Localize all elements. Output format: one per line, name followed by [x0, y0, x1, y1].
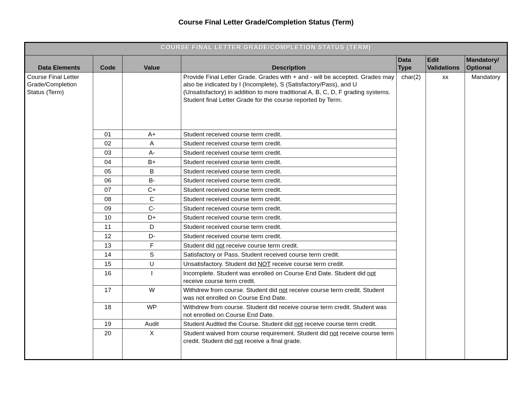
cell-description: Student received course term credit. [181, 157, 397, 167]
cell-code: 04 [93, 157, 123, 167]
cell-description: Withdrew from course. Student did not re… [181, 286, 397, 303]
cell-description: Student received course term credit. [181, 222, 397, 232]
cell-code [93, 72, 123, 130]
cell-value: I [123, 269, 181, 286]
cell-code: 02 [93, 139, 123, 148]
col-header-edit-validations: Edit Validations [426, 55, 465, 73]
page-wrapper: Course Final Letter Grade/Completion Sta… [0, 0, 532, 360]
cell-value: C [123, 194, 181, 204]
table-row: Course Final Letter Grade/Completion Sta… [25, 72, 507, 130]
col-header-description: Description [181, 55, 397, 73]
col-header-data-type: Data Type [396, 55, 426, 73]
cell-description: Student waived from course requirement. … [181, 329, 397, 360]
cell-code: 05 [93, 167, 123, 176]
cell-code: 19 [93, 319, 123, 329]
cell-code: 12 [93, 231, 123, 241]
cell-value: D [123, 222, 181, 232]
cell-value: U [123, 259, 181, 269]
cell-value: B- [123, 176, 181, 185]
cell-description: Withdrew from course. Student did receiv… [181, 302, 397, 319]
cell-code: 20 [93, 329, 123, 360]
cell-value: S [123, 250, 181, 259]
cell-code: 18 [93, 302, 123, 319]
cell-code: 01 [93, 130, 123, 139]
table-banner-row: COURSE FINAL LETTER GRADE/COMPLETION STA… [25, 43, 507, 55]
col-header-data-elements: Data Elements [25, 55, 93, 73]
cell-description: Student received course term credit. [181, 167, 397, 176]
cell-value: D+ [123, 213, 181, 222]
cell-code: 16 [93, 269, 123, 286]
cell-description: Student received course term credit. [181, 139, 397, 148]
cell-value: Audit [123, 319, 181, 329]
cell-description: Student did not receive course term cred… [181, 241, 397, 250]
cell-code: 09 [93, 204, 123, 213]
cell-description: Student Audited the Course. Student did … [181, 319, 397, 329]
cell-description: Satisfactory or Pass. Student received c… [181, 250, 397, 259]
cell-description: Incomplete. Student was enrolled on Cour… [181, 269, 397, 286]
cell-description: Student received course term credit. [181, 185, 397, 195]
cell-code: 07 [93, 185, 123, 195]
cell-code: 17 [93, 286, 123, 303]
cell-value: A- [123, 148, 181, 158]
cell-value: WP [123, 302, 181, 319]
cell-code: 14 [93, 250, 123, 259]
cell-value: C+ [123, 185, 181, 195]
cell-value [123, 72, 181, 130]
cell-description: Student received course term credit. [181, 231, 397, 241]
cell-description: Student received course term credit. [181, 213, 397, 222]
col-header-value: Value [123, 55, 181, 73]
table-banner: COURSE FINAL LETTER GRADE/COMPLETION STA… [25, 43, 507, 55]
cell-description: Student received course term credit. [181, 130, 397, 139]
cell-code: 06 [93, 176, 123, 185]
col-header-code: Code [93, 55, 123, 73]
cell-value: D- [123, 231, 181, 241]
cell-code: 11 [93, 222, 123, 232]
cell-mandatory: Mandatory [465, 72, 507, 360]
cell-code: 13 [93, 241, 123, 250]
cell-value: W [123, 286, 181, 303]
cell-value: B [123, 167, 181, 176]
cell-description: Student received course term credit. [181, 176, 397, 185]
cell-description: Student received course term credit. [181, 194, 397, 204]
table-header-row: Data Elements Code Value Description Dat… [25, 55, 507, 73]
cell-value: A [123, 139, 181, 148]
cell-code: 10 [93, 213, 123, 222]
cell-description: Unsatisfactory. Student did NOT receive … [181, 259, 397, 269]
cell-value: A+ [123, 130, 181, 139]
cell-description: Student received course term credit. [181, 148, 397, 158]
page-title: Course Final Letter Grade/Completion Sta… [24, 18, 508, 26]
cell-code: 15 [93, 259, 123, 269]
data-dictionary-table: COURSE FINAL LETTER GRADE/COMPLETION STA… [24, 42, 508, 360]
cell-code: 03 [93, 148, 123, 158]
cell-description: Provide Final Letter Grade. Grades with … [181, 72, 397, 130]
cell-description: Student received course term credit. [181, 204, 397, 213]
cell-value: X [123, 329, 181, 360]
cell-value: F [123, 241, 181, 250]
cell-value: B+ [123, 157, 181, 167]
col-header-mandatory-optional: Mandatory/ Optional [465, 55, 507, 73]
cell-code: 08 [93, 194, 123, 204]
cell-value: C- [123, 204, 181, 213]
cell-data-element: Course Final Letter Grade/Completion Sta… [25, 72, 93, 360]
cell-data-type: char(2) [396, 72, 426, 360]
cell-edit-validations: xx [426, 72, 465, 360]
